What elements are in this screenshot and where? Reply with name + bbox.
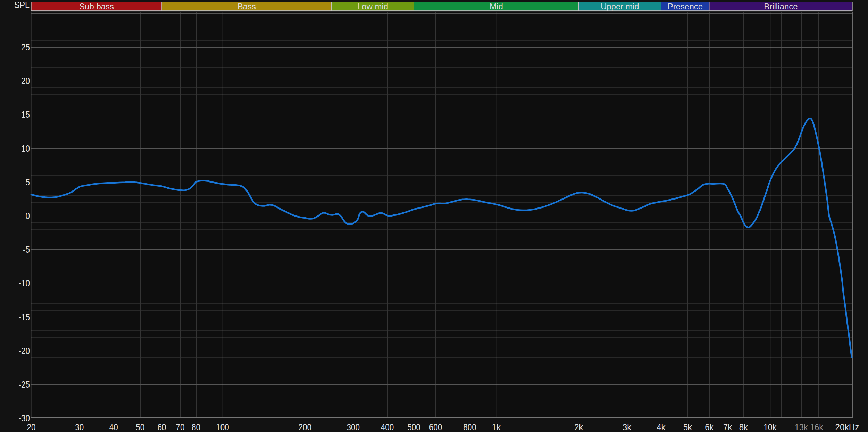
svg-text:-15: -15 — [19, 312, 30, 322]
svg-text:200: 200 — [299, 422, 312, 432]
svg-text:600: 600 — [429, 422, 442, 432]
svg-text:3k: 3k — [623, 422, 632, 432]
svg-text:SPL: SPL — [14, 0, 30, 10]
svg-text:800: 800 — [463, 422, 476, 432]
svg-text:Brilliance: Brilliance — [764, 2, 798, 11]
svg-text:80: 80 — [192, 422, 200, 432]
svg-text:-5: -5 — [23, 244, 30, 255]
svg-text:70: 70 — [176, 422, 184, 432]
svg-text:20kHz: 20kHz — [835, 422, 859, 432]
svg-text:1k: 1k — [492, 422, 501, 432]
svg-text:0: 0 — [26, 211, 30, 221]
svg-text:25: 25 — [21, 42, 30, 52]
svg-text:8k: 8k — [739, 422, 748, 432]
svg-text:100: 100 — [216, 422, 229, 432]
svg-text:15: 15 — [21, 109, 30, 120]
svg-text:40: 40 — [109, 422, 118, 432]
svg-text:16k: 16k — [810, 422, 823, 432]
svg-text:6k: 6k — [705, 422, 714, 432]
svg-text:20: 20 — [21, 76, 30, 86]
svg-text:Bass: Bass — [237, 2, 256, 11]
svg-text:10: 10 — [21, 143, 30, 154]
svg-text:-10: -10 — [19, 278, 30, 288]
svg-text:30: 30 — [75, 422, 84, 432]
svg-text:50: 50 — [136, 422, 144, 432]
svg-text:Low mid: Low mid — [357, 2, 388, 11]
svg-text:20: 20 — [27, 422, 36, 432]
svg-text:Mid: Mid — [490, 2, 503, 11]
svg-text:Sub bass: Sub bass — [79, 2, 114, 11]
svg-text:2k: 2k — [574, 422, 583, 432]
svg-text:4k: 4k — [657, 422, 666, 432]
svg-text:300: 300 — [347, 422, 360, 432]
svg-text:-25: -25 — [19, 379, 30, 390]
svg-text:5: 5 — [26, 177, 30, 187]
svg-text:Presence: Presence — [668, 2, 703, 11]
svg-text:10k: 10k — [763, 422, 777, 432]
svg-text:Upper mid: Upper mid — [601, 2, 639, 11]
svg-text:400: 400 — [381, 422, 394, 432]
svg-text:5k: 5k — [683, 422, 692, 432]
svg-text:7k: 7k — [723, 422, 732, 432]
svg-text:-20: -20 — [19, 346, 30, 356]
svg-text:500: 500 — [407, 422, 420, 432]
svg-text:60: 60 — [158, 422, 166, 432]
svg-text:13k: 13k — [795, 422, 808, 432]
